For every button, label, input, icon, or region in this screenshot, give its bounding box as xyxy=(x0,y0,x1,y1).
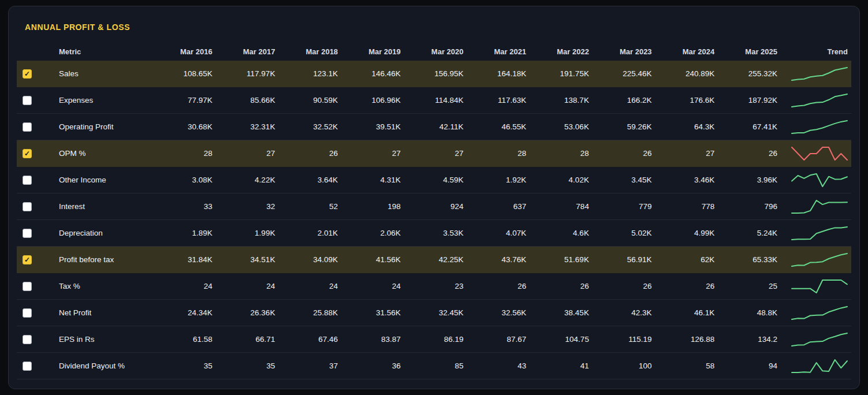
trend-sparkline xyxy=(790,199,849,215)
value-cell: 24 xyxy=(338,282,401,290)
value-cell: 58 xyxy=(652,362,715,370)
checkbox-unchecked-icon[interactable] xyxy=(23,282,32,291)
value-cell: 26 xyxy=(589,282,652,290)
table-row[interactable]: ✓OPM %28272627272828262726 xyxy=(17,140,851,167)
value-cell: 27 xyxy=(652,149,715,158)
value-cell: 3.96K xyxy=(714,176,777,184)
table-row[interactable]: ✓Profit before tax31.84K34.51K34.09K41.5… xyxy=(17,247,851,273)
value-cell: 146.46K xyxy=(338,69,401,78)
value-cell: 126.88 xyxy=(652,335,715,344)
checkbox-unchecked-icon[interactable] xyxy=(23,176,32,185)
table-row[interactable]: Dividend Payout %353537368543411005894 xyxy=(17,353,851,379)
trend-sparkline xyxy=(790,331,849,348)
value-cell: 784 xyxy=(526,202,589,211)
value-cell: 4.99K xyxy=(652,229,715,237)
value-cell: 225.46K xyxy=(589,69,652,78)
checkbox-unchecked-icon[interactable] xyxy=(23,96,32,105)
annual-profit-loss-panel: ANNUAL PROFIT & LOSS Metric Mar 2016Mar … xyxy=(8,6,860,389)
value-cell: 191.75K xyxy=(526,69,589,78)
value-cell: 46.55K xyxy=(463,122,526,131)
value-cell: 52 xyxy=(275,202,338,211)
metric-label: Sales xyxy=(43,69,150,78)
value-cell: 3.53K xyxy=(401,229,464,237)
value-cell: 87.67 xyxy=(463,335,526,344)
trend-sparkline xyxy=(790,172,849,188)
value-cell: 4.6K xyxy=(526,229,589,237)
value-cell: 37 xyxy=(275,362,338,370)
table-row[interactable]: Depreciation1.89K1.99K2.01K2.06K3.53K4.0… xyxy=(17,220,851,247)
trend-sparkline xyxy=(790,66,849,82)
value-cell: 61.58 xyxy=(150,335,213,344)
trend-cell xyxy=(777,172,851,188)
checkbox-unchecked-icon[interactable] xyxy=(23,308,32,318)
value-cell: 106.96K xyxy=(338,96,401,105)
table-row[interactable]: ✓Sales108.65K117.97K123.1K146.46K156.95K… xyxy=(17,61,851,87)
value-cell: 26 xyxy=(714,149,777,158)
value-cell: 3.64K xyxy=(275,176,338,184)
table-body: ✓Sales108.65K117.97K123.1K146.46K156.95K… xyxy=(17,61,851,379)
metric-label: EPS in Rs xyxy=(43,335,150,344)
table-row[interactable]: EPS in Rs61.5866.7167.4683.8786.1987.671… xyxy=(17,326,851,353)
metric-label: Interest xyxy=(43,202,150,211)
value-cell: 5.02K xyxy=(589,229,652,237)
trend-sparkline xyxy=(790,146,849,162)
checkbox-unchecked-icon[interactable] xyxy=(23,335,32,344)
trend-cell xyxy=(777,119,851,135)
checkbox-checked-icon[interactable]: ✓ xyxy=(23,149,32,158)
checkbox-cell: ✓ xyxy=(17,69,43,79)
checkbox-unchecked-icon[interactable] xyxy=(23,122,32,132)
value-cell: 48.8K xyxy=(714,308,777,317)
checkbox-unchecked-icon[interactable] xyxy=(23,229,32,238)
value-cell: 27 xyxy=(213,149,275,158)
year-column-header: Mar 2017 xyxy=(213,47,275,56)
metric-label: Other Income xyxy=(43,176,150,184)
trend-sparkline xyxy=(790,225,849,241)
checkbox-cell xyxy=(17,229,43,238)
table-row[interactable]: Net Profit24.34K26.36K25.88K31.56K32.45K… xyxy=(17,300,851,326)
value-cell: 38.45K xyxy=(526,308,589,317)
table-row[interactable]: Tax %24242424232626262625 xyxy=(17,273,851,300)
checkbox-cell xyxy=(17,282,43,291)
value-cell: 59.26K xyxy=(589,122,652,131)
value-cell: 115.19 xyxy=(589,335,652,344)
checkbox-checked-icon[interactable]: ✓ xyxy=(23,69,32,79)
value-cell: 28 xyxy=(526,149,589,158)
value-cell: 66.71 xyxy=(213,335,275,344)
table-row[interactable]: Interest333252198924637784779778796 xyxy=(17,193,851,220)
checkbox-unchecked-icon[interactable] xyxy=(23,362,32,371)
value-cell: 198 xyxy=(338,202,401,211)
trend-cell xyxy=(777,358,851,374)
year-column-header: Mar 2024 xyxy=(652,47,715,56)
trend-cell xyxy=(777,225,851,241)
metric-label: OPM % xyxy=(43,149,150,158)
value-cell: 30.68K xyxy=(150,122,213,131)
value-cell: 4.07K xyxy=(463,229,526,237)
checkbox-unchecked-icon[interactable] xyxy=(23,202,32,211)
value-cell: 26 xyxy=(275,149,338,158)
table-row[interactable]: Expenses77.97K85.66K90.59K106.96K114.84K… xyxy=(17,87,851,114)
value-cell: 65.33K xyxy=(714,255,777,264)
value-cell: 43.76K xyxy=(463,255,526,264)
value-cell: 42.25K xyxy=(401,255,464,264)
value-cell: 41.56K xyxy=(338,255,401,264)
value-cell: 25.88K xyxy=(275,308,338,317)
metric-label: Depreciation xyxy=(43,229,150,237)
table-row[interactable]: Other Income3.08K4.22K3.64K4.31K4.59K1.9… xyxy=(17,167,851,193)
value-cell: 1.99K xyxy=(213,229,275,237)
value-cell: 104.75 xyxy=(526,335,589,344)
value-cell: 26 xyxy=(526,282,589,290)
value-cell: 26.36K xyxy=(213,308,275,317)
year-column-header: Mar 2016 xyxy=(150,47,213,56)
trend-cell xyxy=(777,199,851,215)
trend-cell xyxy=(777,252,851,268)
year-column-header: Mar 2019 xyxy=(338,47,401,56)
table-row[interactable]: Operating Profit30.68K32.31K32.52K39.51K… xyxy=(17,114,851,140)
value-cell: 67.41K xyxy=(714,122,777,131)
value-cell: 134.2 xyxy=(714,335,777,344)
value-cell: 4.31K xyxy=(338,176,401,184)
value-cell: 85 xyxy=(401,362,464,370)
value-cell: 36 xyxy=(338,362,401,370)
checkbox-checked-icon[interactable]: ✓ xyxy=(23,255,32,264)
trend-sparkline xyxy=(790,358,849,374)
checkbox-cell: ✓ xyxy=(17,149,43,158)
